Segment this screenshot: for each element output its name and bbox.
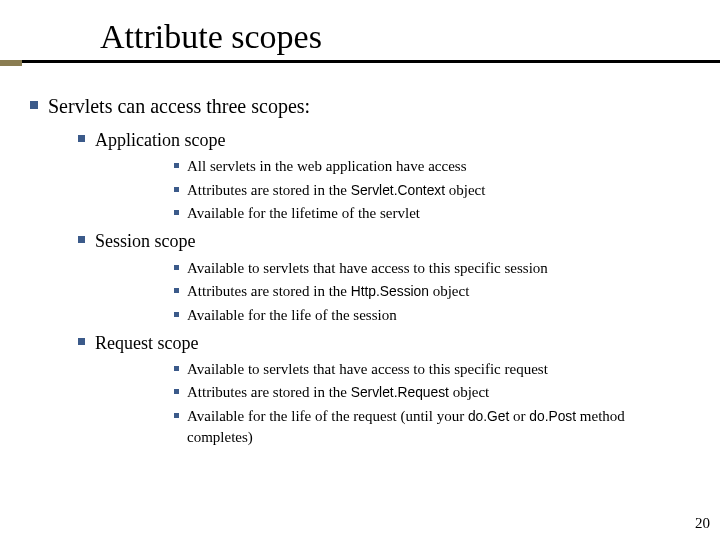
- list-item: Servlets can access three scopes:: [30, 93, 690, 120]
- code-run: Http.Session: [351, 284, 429, 299]
- list-item-text: Available for the life of the request (u…: [187, 406, 690, 447]
- bullet-icon: [174, 366, 179, 371]
- list-item: Available to servlets that have access t…: [174, 258, 690, 278]
- list-item: Available for the lifetime of the servle…: [174, 203, 690, 223]
- code-run: do.Post: [529, 409, 576, 424]
- list-item: Request scope: [78, 331, 690, 355]
- bullet-icon: [174, 187, 179, 192]
- list-item: Session scope: [78, 229, 690, 253]
- text-run: Available to servlets that have access t…: [187, 361, 548, 377]
- level3-list: Available to servlets that have access t…: [78, 258, 690, 325]
- rule-accent: [0, 60, 22, 66]
- text-run: Attributes are stored in the: [187, 182, 351, 198]
- bullet-icon: [174, 288, 179, 293]
- slide: Attribute scopes Servlets can access thr…: [0, 0, 720, 540]
- list-item-text: Application scope: [95, 128, 690, 152]
- list-item: Available for the life of the request (u…: [174, 406, 690, 447]
- bullet-icon: [78, 135, 85, 142]
- text-run: Attributes are stored in the: [187, 283, 351, 299]
- text-run: Available to servlets that have access t…: [187, 260, 548, 276]
- title-area: Attribute scopes: [0, 0, 720, 66]
- list-item: Attributes are stored in the Servlet.Con…: [174, 180, 690, 201]
- text-run: Attributes are stored in the: [187, 384, 351, 400]
- text-run: All servlets in the web application have…: [187, 158, 467, 174]
- list-item: Attributes are stored in the Servlet.Req…: [174, 382, 690, 403]
- text-run: object: [429, 283, 469, 299]
- level1-list: Servlets can access three scopes: Applic…: [30, 93, 690, 447]
- bullet-icon: [174, 210, 179, 215]
- bullet-icon: [78, 338, 85, 345]
- list-item: Available to servlets that have access t…: [174, 359, 690, 379]
- text-run: or: [509, 408, 529, 424]
- bullet-icon: [174, 413, 179, 418]
- page-number: 20: [695, 515, 710, 532]
- slide-body: Servlets can access three scopes: Applic…: [0, 66, 720, 447]
- list-item: Attributes are stored in the Http.Sessio…: [174, 281, 690, 302]
- list-item-text: Available to servlets that have access t…: [187, 258, 690, 278]
- list-item-text: All servlets in the web application have…: [187, 156, 690, 176]
- bullet-icon: [174, 163, 179, 168]
- code-run: do.Get: [468, 409, 509, 424]
- level3-list: All servlets in the web application have…: [78, 156, 690, 223]
- bullet-icon: [30, 101, 38, 109]
- list-item: Available for the life of the session: [174, 305, 690, 325]
- list-item-text: Attributes are stored in the Http.Sessio…: [187, 281, 690, 302]
- bullet-icon: [174, 389, 179, 394]
- level3-list: Available to servlets that have access t…: [78, 359, 690, 447]
- text-run: Available for the life of the session: [187, 307, 397, 323]
- list-item: Application scope: [78, 128, 690, 152]
- list-item-text: Attributes are stored in the Servlet.Req…: [187, 382, 690, 403]
- text-run: Available for the life of the request (u…: [187, 408, 468, 424]
- list-item-text: Session scope: [95, 229, 690, 253]
- code-run: Servlet.Context: [351, 183, 445, 198]
- list-item-text: Available to servlets that have access t…: [187, 359, 690, 379]
- text-run: object: [449, 384, 489, 400]
- rule-line: [22, 60, 720, 63]
- bullet-icon: [78, 236, 85, 243]
- code-run: Servlet.Request: [351, 385, 449, 400]
- list-item-text: Attributes are stored in the Servlet.Con…: [187, 180, 690, 201]
- bullet-icon: [174, 265, 179, 270]
- text-run: object: [445, 182, 485, 198]
- level2-list: Application scope All servlets in the we…: [30, 128, 690, 447]
- list-item: All servlets in the web application have…: [174, 156, 690, 176]
- bullet-icon: [174, 312, 179, 317]
- list-item-text: Available for the life of the session: [187, 305, 690, 325]
- list-item-text: Available for the lifetime of the servle…: [187, 203, 690, 223]
- slide-title: Attribute scopes: [100, 18, 720, 56]
- list-item-text: Request scope: [95, 331, 690, 355]
- text-run: Available for the lifetime of the servle…: [187, 205, 420, 221]
- list-item-text: Servlets can access three scopes:: [48, 93, 690, 120]
